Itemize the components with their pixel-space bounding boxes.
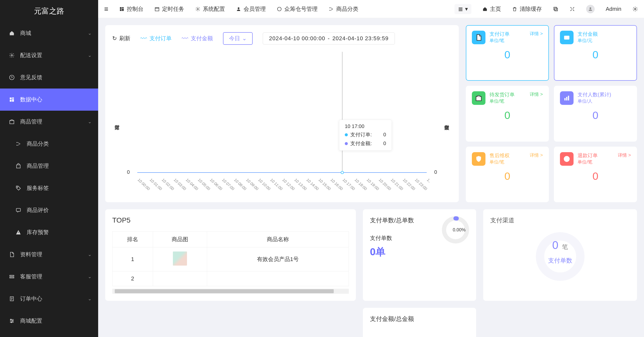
top-more-dropdown[interactable]: ≣ ▾ [454,4,471,14]
image-cell [153,271,207,286]
refresh-icon: ↻ [112,35,117,42]
avatar[interactable] [586,5,595,13]
rank-cell: 2 [112,271,153,286]
chevron-down-icon: ⌄ [88,274,92,279]
svg-point-54 [568,37,569,38]
sidebar-item-12[interactable]: 订单中心 ⌄ [0,288,98,310]
top-link-3[interactable]: 会员管理 [236,5,266,13]
stat-detail-link[interactable]: 详情 > [530,152,543,158]
date-to: 2024-04-10 23:59:59 [332,35,389,42]
stat-title: 支付人数(累计) [578,91,611,98]
svg-text:10 23:00: 10 23:00 [414,178,428,191]
sidebar: 元富之路 商城 ⌄ 配送设置 ⌄ 意见反馈 数据中心 商品管理 ⌄ 商品分类 商… [0,0,98,337]
sidebar-item-2[interactable]: 意见反馈 [0,66,98,89]
stat-card-4: 售后维权 单位/笔 详情 > 0 [466,147,549,202]
chevron-down-icon: ⌄ [88,53,92,58]
legend-pay-amount[interactable]: 〰 支付金额 [182,35,213,43]
stats-grid: 支付订单 单位/笔 详情 > 0 支付金额 单位/元 0 待发货订单 单位/笔 … [466,25,637,202]
svg-text:10 20:00: 10 20:00 [378,178,392,191]
copy-icon[interactable] [553,6,558,12]
sidebar-item-6[interactable]: 商品管理 [0,155,98,177]
svg-rect-56 [564,98,566,100]
list-icon: ≣ [458,6,463,13]
top5-col-2: 商品名称 [207,232,349,247]
svg-text:10 04:00: 10 04:00 [185,178,199,191]
settings-gear-icon[interactable] [632,6,638,12]
period-select[interactable]: 今日 ⌄ [223,32,253,45]
sidebar-item-label: 订单中心 [20,295,42,303]
sidebar-item-label: 商城 [20,29,31,37]
sidebar-item-0[interactable]: 商城 ⌄ [0,22,98,44]
top-right-link-1[interactable]: 清除缓存 [512,5,542,13]
sidebar-item-9[interactable]: 库存预警 [0,221,98,243]
amount-ratio-card: 支付金额/总金额 [363,308,476,337]
svg-point-62 [454,217,457,220]
top-link-5[interactable]: 商品分类 [329,5,358,13]
chevron-down-icon: ⌄ [242,35,247,42]
svg-point-12 [11,319,12,320]
sidebar-item-7[interactable]: 服务标签 [0,177,98,199]
expand-icon[interactable] [570,6,575,12]
sidebar-item-5[interactable]: 商品分类 [0,133,98,155]
sidebar-item-label: 资料管理 [20,251,42,258]
legend-label-2: 支付金额 [191,35,213,42]
hamburger-icon[interactable]: ≡ [104,5,108,13]
horizontal-scrollbar[interactable] [112,289,349,294]
dot-icon [345,133,348,136]
top-link-0[interactable]: 控制台 [119,5,143,13]
box-icon [472,91,485,105]
tooltip-s2-val: 0 [383,141,386,146]
top-link-2[interactable]: 系统配置 [195,5,225,13]
svg-point-3 [17,142,18,143]
top-link-4[interactable]: 众筹仓号管理 [277,5,318,13]
username[interactable]: Admin [606,6,621,12]
sidebar-item-1[interactable]: 配送设置 ⌄ [0,44,98,66]
sidebar-item-11[interactable]: 客服管理 ⌄ [0,266,98,288]
top-link-label: 主页 [490,5,501,13]
top-link-1[interactable]: 定时任务 [155,5,184,13]
date-range-picker[interactable]: 2024-04-10 00:00:00 - 2024-04-10 23:59:5… [263,32,395,45]
stat-card-3: 支付人数(累计) 单位/人 0 [554,86,637,141]
legend-pay-orders[interactable]: 〰 支付订单 [140,35,172,43]
help-icon [8,75,16,80]
stat-detail-link[interactable]: 详情 > [530,31,543,37]
dot-icon [345,142,348,145]
table-row[interactable]: 2 [112,271,349,286]
svg-point-7 [17,187,18,188]
svg-point-4 [17,145,18,146]
table-row[interactable]: 1 有效会员产品1号 [112,247,349,271]
sidebar-item-4[interactable]: 商品管理 ⌄ [0,111,98,133]
stat-value: 0 [560,170,631,182]
top-link-label: 系统配置 [203,5,225,13]
stat-detail-link[interactable]: 详情 > [530,91,543,97]
stat-unit: 单位/笔 [489,37,510,44]
stat-card-0: 支付订单 单位/笔 详情 > 0 [466,25,549,81]
svg-text:10 10:00: 10 10:00 [257,178,272,191]
content-area: ↻ 刷新 〰 支付订单 〰 支付金额 今日 ⌄ [98,18,644,337]
svg-rect-15 [155,8,159,11]
sidebar-item-3[interactable]: 数据中心 [0,89,98,111]
side-menu: 商城 ⌄ 配送设置 ⌄ 意见反馈 数据中心 商品管理 ⌄ 商品分类 商品管理 服… [0,22,98,337]
scrollbar-thumb[interactable] [115,289,334,293]
chevron-down-icon: ▾ [465,6,468,12]
chat-icon [14,207,23,213]
ratio2-title: 支付金额/总金额 [370,315,469,323]
chart-tooltip: 10 17:00 支付订单: 0 支付金额: 0 [339,120,392,151]
top-right-link-0[interactable]: 主页 [482,5,501,13]
calendar-icon [155,7,160,12]
chart-plot[interactable]: 10 00:0010 01:0010 02:0010 03:0010 04:00… [135,47,429,195]
stat-value: 0 [560,49,631,61]
sidebar-item-8[interactable]: 商品评价 [0,199,98,221]
sidebar-item-10[interactable]: 资料管理 ⌄ [0,243,98,266]
sidebar-item-13[interactable]: 商城配置 [0,310,98,332]
chart-card: ↻ 刷新 〰 支付订单 〰 支付金额 今日 ⌄ [105,25,459,202]
svg-point-24 [589,7,591,9]
refresh-button[interactable]: ↻ 刷新 [112,35,130,42]
home-icon [8,30,16,36]
donut-label: 支付单数 [548,257,572,265]
pay-ratio-card: 支付单数/总单数 0.00% 支付单数 0单 [363,209,476,301]
stat-detail-link[interactable]: 详情 > [618,152,631,158]
sidebar-item-label: 配送设置 [20,52,42,59]
svg-point-21 [332,9,333,9]
circle-icon [277,7,282,12]
